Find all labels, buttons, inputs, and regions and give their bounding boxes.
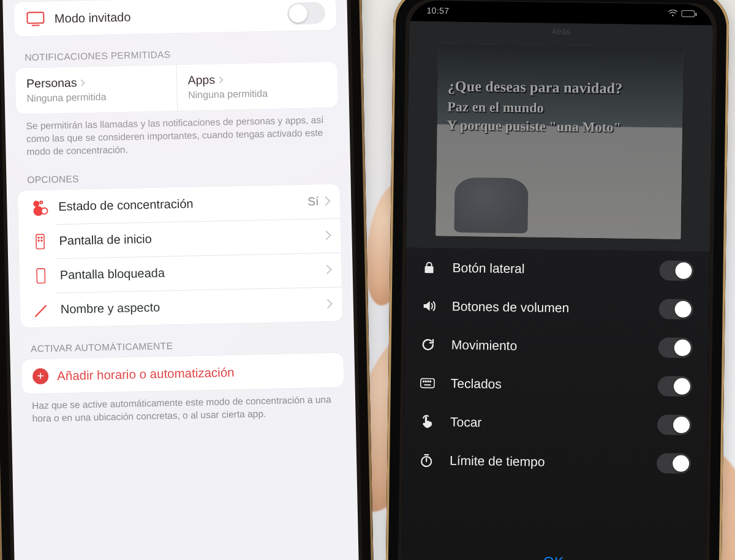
meme-line-3: Y porque pusiste "una Moto" <box>447 117 621 135</box>
status-share-icon <box>29 196 50 218</box>
home-screen-icon <box>29 231 51 252</box>
row-label: Tocar <box>450 414 643 431</box>
options-header: OPCIONES <box>27 168 330 185</box>
monitor-icon <box>25 9 47 30</box>
svg-rect-3 <box>37 236 39 238</box>
volume-icon <box>420 298 437 313</box>
svg-rect-14 <box>424 384 431 385</box>
row-label: Teclados <box>451 376 643 393</box>
svg-rect-9 <box>421 378 434 387</box>
screenshot-stage: Modo invitado NOTIFICACIONES PERMITIDAS … <box>0 0 735 560</box>
svg-rect-0 <box>27 12 43 23</box>
status-right <box>668 9 695 17</box>
options-card: Estado de concentración Sí <box>18 184 343 327</box>
motion-row[interactable]: Movimiento <box>404 325 709 368</box>
svg-point-8 <box>672 15 674 17</box>
meme-line-1: ¿Que deseas para navidad? <box>448 78 678 97</box>
meme-line-2: Paz en el mundo <box>447 99 544 116</box>
automation-footer: Haz que se active automáticamente este m… <box>32 394 335 425</box>
add-schedule-button[interactable]: + Añadir horario o automatización <box>21 353 344 394</box>
svg-point-12 <box>428 381 429 382</box>
apps-title: Apps <box>187 73 215 88</box>
people-subtitle: Ninguna permitida <box>26 90 165 104</box>
volume-buttons-row[interactable]: Botones de volumen <box>405 286 709 329</box>
wifi-icon <box>668 9 677 17</box>
toggle[interactable] <box>658 299 693 319</box>
row-label: Pantalla bloqueada <box>60 263 324 282</box>
battery-icon <box>681 10 695 17</box>
svg-rect-4 <box>40 236 42 238</box>
phone-right-screen: 10:57 Atrás ¿Que deseas para navidad? <box>401 1 713 560</box>
phone-right: 10:57 Atrás ¿Que deseas para navidad? <box>385 0 729 560</box>
dimmed-app-preview: Atrás ¿Que deseas para navidad? Paz en e… <box>406 21 713 252</box>
notifications-header: NOTIFICACIONES PERMITIDAS <box>24 46 327 63</box>
automation-header: ACTIVAR AUTOMÁTICAMENTE <box>31 337 333 354</box>
automation-card: + Añadir horario o automatización <box>21 353 344 394</box>
toggle[interactable] <box>657 453 691 474</box>
keyboard-icon <box>419 375 436 390</box>
row-label: Pantalla de inicio <box>59 228 323 248</box>
touch-icon <box>418 414 435 428</box>
dim-nav-title: Atrás <box>552 27 571 36</box>
guided-access-panel: Botón lateral Botones de volumen <box>401 248 710 560</box>
meme-image: ¿Que deseas para navidad? Paz en el mund… <box>435 43 683 239</box>
guest-mode-label: Modo invitado <box>55 7 287 26</box>
allowed-notifications-card: Personas Ninguna permitida Apps Ninguna … <box>15 62 338 114</box>
row-label: Nombre y aspecto <box>61 297 325 316</box>
side-button-row[interactable]: Botón lateral <box>405 248 710 291</box>
notifications-footer: Se permitirán las llamadas y las notific… <box>26 114 329 159</box>
phone-left-screen: Modo invitado NOTIFICACIONES PERMITIDAS … <box>2 0 360 560</box>
time-limit-row[interactable]: Límite de tiempo <box>403 441 707 483</box>
guest-mode-toggle[interactable] <box>287 2 325 24</box>
svg-rect-6 <box>40 239 42 241</box>
chevron-right-icon <box>216 76 223 83</box>
row-label: Movimiento <box>451 337 644 354</box>
row-label: Estado de concentración <box>58 195 307 214</box>
row-label: Límite de tiempo <box>450 453 642 470</box>
lock-screen-icon <box>30 265 51 286</box>
svg-rect-2 <box>36 234 44 249</box>
toggle[interactable] <box>658 337 693 358</box>
toggle[interactable] <box>657 414 692 435</box>
people-cell[interactable]: Personas Ninguna permitida <box>15 65 178 114</box>
timer-icon <box>418 452 435 467</box>
apps-subtitle: Ninguna permitida <box>188 87 327 101</box>
toggle[interactable] <box>659 260 693 281</box>
svg-rect-7 <box>37 269 45 283</box>
lock-icon <box>420 259 437 274</box>
status-time: 10:57 <box>426 6 449 16</box>
keyboards-row[interactable]: Teclados <box>404 364 709 406</box>
name-appearance-row[interactable]: Nombre y aspecto <box>20 286 342 327</box>
guest-mode-row[interactable]: Modo invitado <box>13 0 336 37</box>
svg-point-13 <box>430 381 431 382</box>
chevron-right-icon <box>78 79 85 86</box>
people-title: Personas <box>26 75 77 91</box>
svg-point-10 <box>423 381 424 382</box>
row-label: Botones de volumen <box>452 299 644 316</box>
plus-circle-icon: + <box>32 368 49 384</box>
svg-point-11 <box>425 381 426 382</box>
add-schedule-label: Añadir horario o automatización <box>57 365 235 383</box>
toggle[interactable] <box>658 376 692 397</box>
phone-left: Modo invitado NOTIFICACIONES PERMITIDAS … <box>0 0 374 560</box>
ok-bar: OK <box>402 551 706 560</box>
rotate-icon <box>420 337 437 351</box>
apps-cell[interactable]: Apps Ninguna permitida <box>176 62 338 111</box>
chevron-right-icon <box>321 196 331 206</box>
row-value: Sí <box>307 195 318 208</box>
ok-button[interactable]: OK <box>543 554 564 560</box>
touch-row[interactable]: Tocar <box>404 402 708 445</box>
row-label: Botón lateral <box>452 260 644 277</box>
svg-rect-5 <box>37 239 39 241</box>
pencil-icon <box>31 299 53 321</box>
